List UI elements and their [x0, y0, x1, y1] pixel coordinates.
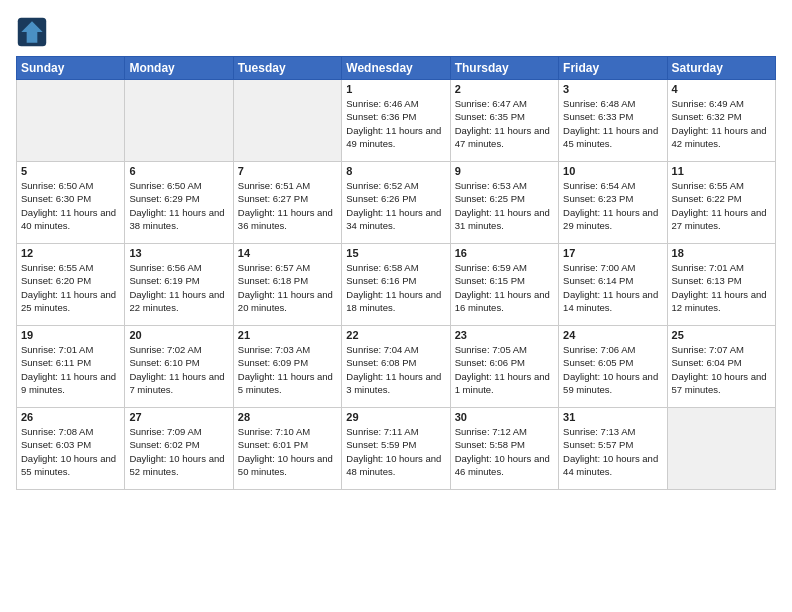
day-info: Sunrise: 7:03 AM Sunset: 6:09 PM Dayligh…	[238, 343, 337, 396]
day-number: 31	[563, 411, 662, 423]
calendar-cell: 1Sunrise: 6:46 AM Sunset: 6:36 PM Daylig…	[342, 80, 450, 162]
day-info: Sunrise: 7:01 AM Sunset: 6:13 PM Dayligh…	[672, 261, 771, 314]
calendar-cell: 7Sunrise: 6:51 AM Sunset: 6:27 PM Daylig…	[233, 162, 341, 244]
calendar-week-row: 1Sunrise: 6:46 AM Sunset: 6:36 PM Daylig…	[17, 80, 776, 162]
day-number: 10	[563, 165, 662, 177]
day-info: Sunrise: 7:12 AM Sunset: 5:58 PM Dayligh…	[455, 425, 554, 478]
day-number: 29	[346, 411, 445, 423]
day-info: Sunrise: 6:59 AM Sunset: 6:15 PM Dayligh…	[455, 261, 554, 314]
page-container: SundayMondayTuesdayWednesdayThursdayFrid…	[0, 0, 792, 498]
day-info: Sunrise: 7:02 AM Sunset: 6:10 PM Dayligh…	[129, 343, 228, 396]
calendar-cell: 8Sunrise: 6:52 AM Sunset: 6:26 PM Daylig…	[342, 162, 450, 244]
calendar-cell: 12Sunrise: 6:55 AM Sunset: 6:20 PM Dayli…	[17, 244, 125, 326]
calendar-cell: 26Sunrise: 7:08 AM Sunset: 6:03 PM Dayli…	[17, 408, 125, 490]
day-info: Sunrise: 6:49 AM Sunset: 6:32 PM Dayligh…	[672, 97, 771, 150]
weekday-header: Friday	[559, 57, 667, 80]
day-number: 25	[672, 329, 771, 341]
day-info: Sunrise: 7:07 AM Sunset: 6:04 PM Dayligh…	[672, 343, 771, 396]
calendar-cell: 19Sunrise: 7:01 AM Sunset: 6:11 PM Dayli…	[17, 326, 125, 408]
calendar-cell	[125, 80, 233, 162]
day-info: Sunrise: 6:53 AM Sunset: 6:25 PM Dayligh…	[455, 179, 554, 232]
day-info: Sunrise: 6:50 AM Sunset: 6:30 PM Dayligh…	[21, 179, 120, 232]
calendar-cell: 16Sunrise: 6:59 AM Sunset: 6:15 PM Dayli…	[450, 244, 558, 326]
day-info: Sunrise: 7:00 AM Sunset: 6:14 PM Dayligh…	[563, 261, 662, 314]
calendar-cell: 25Sunrise: 7:07 AM Sunset: 6:04 PM Dayli…	[667, 326, 775, 408]
day-info: Sunrise: 6:54 AM Sunset: 6:23 PM Dayligh…	[563, 179, 662, 232]
calendar-week-row: 19Sunrise: 7:01 AM Sunset: 6:11 PM Dayli…	[17, 326, 776, 408]
calendar-cell: 18Sunrise: 7:01 AM Sunset: 6:13 PM Dayli…	[667, 244, 775, 326]
logo	[16, 16, 52, 48]
calendar-cell: 21Sunrise: 7:03 AM Sunset: 6:09 PM Dayli…	[233, 326, 341, 408]
page-header	[16, 12, 776, 48]
weekday-header: Sunday	[17, 57, 125, 80]
calendar-cell: 3Sunrise: 6:48 AM Sunset: 6:33 PM Daylig…	[559, 80, 667, 162]
calendar-cell: 23Sunrise: 7:05 AM Sunset: 6:06 PM Dayli…	[450, 326, 558, 408]
day-info: Sunrise: 6:51 AM Sunset: 6:27 PM Dayligh…	[238, 179, 337, 232]
day-info: Sunrise: 6:50 AM Sunset: 6:29 PM Dayligh…	[129, 179, 228, 232]
day-number: 27	[129, 411, 228, 423]
weekday-header: Tuesday	[233, 57, 341, 80]
day-info: Sunrise: 6:57 AM Sunset: 6:18 PM Dayligh…	[238, 261, 337, 314]
calendar-cell: 9Sunrise: 6:53 AM Sunset: 6:25 PM Daylig…	[450, 162, 558, 244]
calendar-cell: 17Sunrise: 7:00 AM Sunset: 6:14 PM Dayli…	[559, 244, 667, 326]
day-info: Sunrise: 6:56 AM Sunset: 6:19 PM Dayligh…	[129, 261, 228, 314]
day-number: 8	[346, 165, 445, 177]
day-number: 7	[238, 165, 337, 177]
calendar-cell: 11Sunrise: 6:55 AM Sunset: 6:22 PM Dayli…	[667, 162, 775, 244]
day-info: Sunrise: 7:05 AM Sunset: 6:06 PM Dayligh…	[455, 343, 554, 396]
day-number: 19	[21, 329, 120, 341]
calendar-cell: 2Sunrise: 6:47 AM Sunset: 6:35 PM Daylig…	[450, 80, 558, 162]
calendar-cell: 4Sunrise: 6:49 AM Sunset: 6:32 PM Daylig…	[667, 80, 775, 162]
calendar-cell: 15Sunrise: 6:58 AM Sunset: 6:16 PM Dayli…	[342, 244, 450, 326]
calendar-cell: 20Sunrise: 7:02 AM Sunset: 6:10 PM Dayli…	[125, 326, 233, 408]
day-info: Sunrise: 7:04 AM Sunset: 6:08 PM Dayligh…	[346, 343, 445, 396]
day-info: Sunrise: 7:06 AM Sunset: 6:05 PM Dayligh…	[563, 343, 662, 396]
calendar-cell: 28Sunrise: 7:10 AM Sunset: 6:01 PM Dayli…	[233, 408, 341, 490]
day-info: Sunrise: 6:55 AM Sunset: 6:22 PM Dayligh…	[672, 179, 771, 232]
day-info: Sunrise: 6:48 AM Sunset: 6:33 PM Dayligh…	[563, 97, 662, 150]
day-number: 21	[238, 329, 337, 341]
day-number: 2	[455, 83, 554, 95]
day-number: 15	[346, 247, 445, 259]
day-number: 4	[672, 83, 771, 95]
day-number: 11	[672, 165, 771, 177]
calendar-cell: 14Sunrise: 6:57 AM Sunset: 6:18 PM Dayli…	[233, 244, 341, 326]
day-info: Sunrise: 7:13 AM Sunset: 5:57 PM Dayligh…	[563, 425, 662, 478]
day-number: 9	[455, 165, 554, 177]
calendar-cell: 22Sunrise: 7:04 AM Sunset: 6:08 PM Dayli…	[342, 326, 450, 408]
calendar-cell	[17, 80, 125, 162]
calendar-table: SundayMondayTuesdayWednesdayThursdayFrid…	[16, 56, 776, 490]
day-number: 13	[129, 247, 228, 259]
day-info: Sunrise: 7:09 AM Sunset: 6:02 PM Dayligh…	[129, 425, 228, 478]
day-number: 20	[129, 329, 228, 341]
day-number: 3	[563, 83, 662, 95]
calendar-cell	[233, 80, 341, 162]
calendar-cell: 30Sunrise: 7:12 AM Sunset: 5:58 PM Dayli…	[450, 408, 558, 490]
calendar-week-row: 26Sunrise: 7:08 AM Sunset: 6:03 PM Dayli…	[17, 408, 776, 490]
day-info: Sunrise: 7:11 AM Sunset: 5:59 PM Dayligh…	[346, 425, 445, 478]
weekday-header: Wednesday	[342, 57, 450, 80]
day-info: Sunrise: 6:52 AM Sunset: 6:26 PM Dayligh…	[346, 179, 445, 232]
logo-icon	[16, 16, 48, 48]
day-info: Sunrise: 6:47 AM Sunset: 6:35 PM Dayligh…	[455, 97, 554, 150]
day-number: 1	[346, 83, 445, 95]
day-number: 22	[346, 329, 445, 341]
weekday-header: Saturday	[667, 57, 775, 80]
calendar-cell: 5Sunrise: 6:50 AM Sunset: 6:30 PM Daylig…	[17, 162, 125, 244]
day-info: Sunrise: 6:58 AM Sunset: 6:16 PM Dayligh…	[346, 261, 445, 314]
calendar-cell: 6Sunrise: 6:50 AM Sunset: 6:29 PM Daylig…	[125, 162, 233, 244]
weekday-header: Monday	[125, 57, 233, 80]
day-number: 16	[455, 247, 554, 259]
weekday-header-row: SundayMondayTuesdayWednesdayThursdayFrid…	[17, 57, 776, 80]
day-number: 14	[238, 247, 337, 259]
day-number: 30	[455, 411, 554, 423]
day-info: Sunrise: 7:08 AM Sunset: 6:03 PM Dayligh…	[21, 425, 120, 478]
day-info: Sunrise: 7:01 AM Sunset: 6:11 PM Dayligh…	[21, 343, 120, 396]
day-number: 6	[129, 165, 228, 177]
day-info: Sunrise: 6:55 AM Sunset: 6:20 PM Dayligh…	[21, 261, 120, 314]
day-number: 18	[672, 247, 771, 259]
day-number: 17	[563, 247, 662, 259]
day-info: Sunrise: 6:46 AM Sunset: 6:36 PM Dayligh…	[346, 97, 445, 150]
calendar-cell: 10Sunrise: 6:54 AM Sunset: 6:23 PM Dayli…	[559, 162, 667, 244]
calendar-cell: 31Sunrise: 7:13 AM Sunset: 5:57 PM Dayli…	[559, 408, 667, 490]
